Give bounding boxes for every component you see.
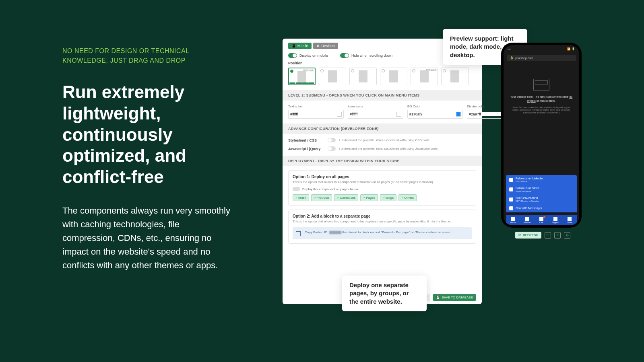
tab-mobile[interactable]: 📱 Mobile xyxy=(288,43,312,49)
deploy2-title: Option 2: Add a block to a separate page xyxy=(293,214,472,218)
page-chips: ✓Index✓Products✓Collections✓Pages✓Blogs✓… xyxy=(293,194,472,201)
page-chip[interactable]: ✓Blogs xyxy=(380,194,396,201)
save-button[interactable]: 💾 SAVE TO DATABASE xyxy=(433,294,476,301)
label-text-color: Text color xyxy=(288,105,344,108)
toggle-display-mobile[interactable]: Display on mobile xyxy=(288,53,328,58)
social-icon xyxy=(509,178,513,182)
preview-controls: ⟳ REFRESH ▭ ☀ ◐ xyxy=(515,232,570,239)
toggle-css[interactable] xyxy=(328,138,336,142)
placeholder-icon xyxy=(533,79,549,91)
label-icons-color: Icons color xyxy=(348,105,403,108)
row-css: Stylesheet / CSSI understand the potenti… xyxy=(288,138,476,142)
config-panel: 📱 Mobile 🖥 Desktop Display on mobile Hid… xyxy=(283,39,482,304)
refresh-button[interactable]: ⟳ REFRESH xyxy=(515,232,541,239)
light-mode-icon[interactable]: ☀ xyxy=(554,232,561,239)
input-text-color[interactable] xyxy=(288,110,344,119)
input-bg-color[interactable] xyxy=(407,110,463,119)
nav-item-more[interactable]: More xyxy=(563,215,577,225)
page-chip[interactable]: ✓Others xyxy=(398,194,417,201)
toggle-js[interactable] xyxy=(328,146,336,151)
dark-mode-icon[interactable]: ◐ xyxy=(564,232,570,239)
toggle-hide-scroll[interactable]: Hide when scrolling down xyxy=(340,53,392,58)
page-chip[interactable]: ✓Products xyxy=(311,194,332,201)
phone-social-list: Follow us on Linkedinin/YourNameFollow u… xyxy=(506,175,577,212)
deploy-option-2: Option 2: Add a block to a separate page… xyxy=(288,210,476,244)
position-option-2[interactable] xyxy=(319,68,346,85)
position-option-3[interactable] xyxy=(349,68,377,85)
switch-icon xyxy=(288,53,297,58)
callout-deploy: Deploy one separate pages, by groups, or… xyxy=(342,276,427,311)
deploy2-desc: This is the option that allows this comp… xyxy=(293,220,472,223)
social-item[interactable]: Follow us on Videovimeo/YourName xyxy=(506,185,577,194)
marketing-copy: NO NEED FOR DESIGN OR TECHNICAL KNOWLEDG… xyxy=(62,46,231,272)
nav-item-wishlist[interactable]: Wishlist xyxy=(520,215,534,225)
phone-note: (Note: This demo screen has been scaled … xyxy=(508,106,574,114)
phone-status-bar: •••📶 🔋 xyxy=(504,45,579,53)
nav-item-home[interactable]: Home xyxy=(506,215,520,225)
social-icon xyxy=(509,197,513,202)
section-advance: ADVANCE CONFIGURATION (DEVELOPER ZONE) xyxy=(283,123,482,134)
position-grid: POPULAR POPULAR xyxy=(288,68,476,85)
social-icon xyxy=(509,206,513,210)
deploy1-title: Option 1: Deploy on all pages xyxy=(293,175,472,179)
embed-id-redacted xyxy=(329,231,341,234)
tab-desktop[interactable]: 🖥 Desktop xyxy=(313,43,338,49)
deploy1-subtoggle[interactable]: Deploy this component on pages below xyxy=(293,187,472,191)
page-chip[interactable]: ✓Collections xyxy=(334,194,358,201)
nav-item-support[interactable]: Support xyxy=(549,215,563,225)
label-bg-color: BG Color xyxy=(407,105,463,108)
eyebrow-text: NO NEED FOR DESIGN OR TECHNICAL KNOWLEDG… xyxy=(62,46,231,66)
nav-item-cart[interactable]: Cart xyxy=(534,215,548,225)
social-item[interactable]: Chat with Messenger xyxy=(506,204,577,212)
position-option-5[interactable]: POPULAR xyxy=(411,68,438,85)
page-chip[interactable]: ✓Pages xyxy=(360,194,378,201)
phone-bottom-nav: HomeWishlistCartSupportMore xyxy=(506,215,577,225)
copy-icon[interactable] xyxy=(296,231,301,236)
switch-icon xyxy=(340,53,349,58)
page-chip[interactable]: ✓Index xyxy=(293,194,309,201)
body-text: The components always run very smoothly … xyxy=(62,204,231,272)
phone-preview: •••📶 🔋 🔒 yourshop.com Your website here!… xyxy=(501,43,582,228)
social-icon xyxy=(509,187,513,191)
position-option-4[interactable] xyxy=(380,68,407,85)
social-item[interactable]: Call 1234-56789024/7 | Monday to Saturda… xyxy=(506,195,577,204)
embed-box: Copy Embed ID: then insert to block name… xyxy=(293,227,472,239)
input-icons-color[interactable] xyxy=(348,110,403,119)
social-item[interactable]: Follow us on Linkedinin/YourName xyxy=(506,175,577,185)
phone-url-bar: 🔒 yourshop.com xyxy=(507,55,576,61)
section-deploy: DEPLOYMENT - DISPLAY THE DESIGN WITHIN Y… xyxy=(283,156,482,166)
deploy1-desc: This is the option that allows this comp… xyxy=(293,180,472,184)
row-js: Javascript / jQueryI understand the pote… xyxy=(288,146,476,151)
desktop-preview-icon[interactable]: ▭ xyxy=(545,232,551,239)
headline: Run extremely lightweight, continuously … xyxy=(62,82,231,188)
deploy-option-1: Option 1: Deploy on all pages This is th… xyxy=(288,170,476,206)
section-submenu: LEVEL 2: SUBMENU - OPENS WHEN YOU CLICK … xyxy=(283,90,482,101)
position-option-1[interactable]: POPULAR xyxy=(288,68,316,85)
phone-message: Your website here! The Navi components h… xyxy=(508,95,574,103)
position-option-6[interactable] xyxy=(441,68,469,85)
